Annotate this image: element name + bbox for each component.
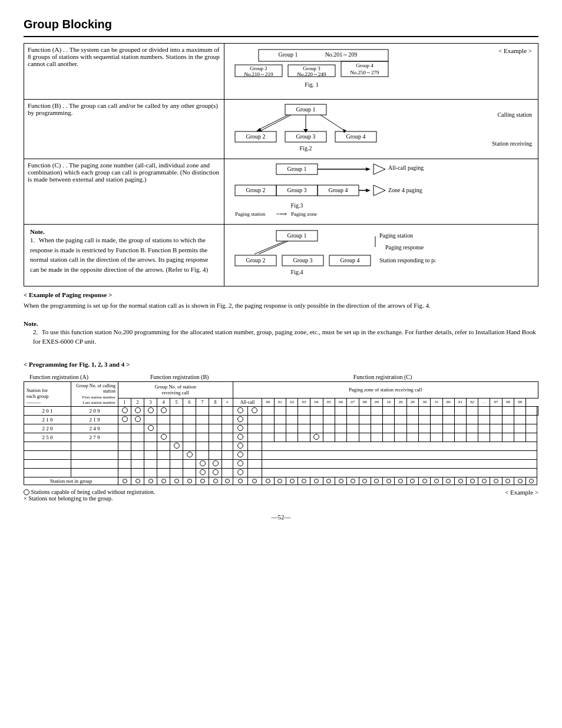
function-c-row: Function (C) . . The paging zone number … [24,159,538,225]
col-c80: 80 [442,398,454,406]
svg-text:Paging station: Paging station [379,232,413,239]
fig1-svg: Group 1 No.201～209 Group 2 No.210～219 Gr… [229,48,406,95]
functions-table: Function (A) . . The system can be group… [24,43,538,225]
svg-text:Group 1: Group 1 [278,51,297,58]
svg-marker-41 [373,164,385,174]
table-row: 2 1 0 2 1 9 [24,415,538,424]
first-station-2: 2 1 0 [24,415,71,424]
svg-text:Group 3: Group 3 [303,65,320,71]
svg-line-15 [262,115,291,130]
last-station-4: 2 7 9 [71,433,118,442]
legend-left: Stations capable of being called without… [24,489,155,502]
example-paging-title: < Example of Paging response > [24,291,538,298]
first-station-1: 2 0 1 [24,406,71,415]
svg-text:Group 2: Group 2 [246,133,265,140]
col-z09: 09 [371,398,382,406]
svg-text:No.250～279: No.250～279 [350,70,379,75]
programming-table: Station foreach group ——— Group No. of c… [24,381,538,485]
fig1-diagram: Group 1 No.201～209 Group 2 No.210～219 Gr… [229,48,533,97]
note1-left: Note. 1. When the paging call is made, t… [24,225,224,286]
note2-num: 2. [33,328,38,335]
col-station-for: Station foreach group ——— [24,381,71,406]
col-c31: 31 [431,398,442,406]
example-paging-section: < Example of Paging response > When the … [24,286,538,315]
table-row [24,442,538,450]
fig3-svg: Group 1 Group 2 Group 3 Group 4 [229,162,465,220]
func-reg-labels: Function registration (A) Function regis… [24,374,538,380]
table-row [24,468,538,477]
svg-text:Paging response: Paging response [385,244,424,251]
note2-section: Note. 2. To use this function station No… [24,315,538,351]
station-not-in-group: Station not in group [24,477,118,485]
col-z03: 03 [298,398,310,406]
svg-text:Paging zone: Paging zone [291,211,317,217]
function-b-label: Function (B) . . [28,102,68,109]
col-g5: 5 [170,398,183,406]
fig3-diagram: Group 1 Group 2 Group 3 Group 4 [229,162,533,222]
svg-text:No.220～249: No.220～249 [297,71,326,77]
calling-station-label: Calling station [497,111,532,118]
function-a-row: Function (A) . . The system can be group… [24,44,538,100]
note2-content: 2. To use this function station No.200 p… [33,327,538,347]
svg-text:Group 3: Group 3 [293,257,312,263]
svg-text:Group 1: Group 1 [287,166,306,172]
function-b-row: Function (B) . . The group can call and/… [24,100,538,159]
svg-text:Group 3: Group 3 [287,187,306,193]
note1-text: 1. When the paging call is made, the gro… [30,235,218,274]
note1-num: 1. [30,236,35,243]
fig2-svg: Group 1 Group 2 Group 3 [229,102,406,155]
svg-line-51 [259,241,288,254]
col-c97: 97 [490,398,502,406]
svg-text:No.210～219: No.210～219 [244,71,273,77]
svg-line-52 [254,241,285,254]
svg-text:Group 4: Group 4 [340,257,359,263]
svg-text:Group 2: Group 2 [250,65,267,71]
svg-text:Group 1: Group 1 [287,232,306,239]
table-row: 2 0 1 2 0 9 [24,406,538,415]
col-z06: 06 [335,398,346,406]
note1-content: When the paging call is made, the group … [30,236,208,273]
col-c28: 28 [395,398,406,406]
svg-line-16 [257,115,288,130]
col-c82: 82 [467,398,478,406]
page-number: —52— [24,513,538,521]
function-c-label: Function (C) . . [28,162,68,169]
table-row [24,450,538,459]
svg-text:Zone 4 paging: Zone 4 paging [388,187,422,193]
col-c81: 81 [454,398,466,406]
svg-line-20 [320,115,344,130]
svg-text:Group 3: Group 3 [296,133,315,140]
col-z04: 04 [310,398,323,406]
col-g7: 7 [196,398,209,406]
svg-text:=⟹: =⟹ [276,211,287,217]
col-group-calling: Group No. of callingstation First statio… [71,381,118,406]
last-station-2: 2 1 9 [71,415,118,424]
col-g4: 4 [157,398,170,406]
last-station-3: 2 4 9 [71,424,118,433]
col-g6: 6 [183,398,196,406]
svg-text:Fig. 1: Fig. 1 [305,81,318,88]
function-a-label: Function (A) . . [28,46,68,53]
col-gx: × [222,398,233,406]
station-not-in-group-row: Station not in group · · · · · · · · · ·… [24,477,538,485]
col-c99: 99 [514,398,526,406]
col-c98: 98 [502,398,514,406]
col-dots: … [478,398,490,406]
svg-text:Paging station: Paging station [235,211,266,217]
col-c29: 29 [406,398,418,406]
x-legend: × Stations not belonging to the group. [24,495,155,502]
col-g3: 3 [144,398,157,406]
circle-legend-text: Stations capable of being called without… [31,489,156,495]
table-row [24,459,538,468]
col-z07: 07 [347,398,359,406]
last-station-1: 2 0 9 [71,406,118,415]
col-g1: 1 [118,398,131,406]
col-g8: 8 [209,398,222,406]
fig4-svg: Group 1 Group 2 Group 3 Group 4 Fig.4 Pa… [229,228,435,281]
func-reg-c-label: Function registration (C) [227,374,538,380]
func-reg-a-label: Function registration (A) [24,374,150,380]
svg-text:Fig.4: Fig.4 [291,269,303,275]
svg-text:Fig.2: Fig.2 [300,145,312,151]
svg-text:All-call paging: All-call paging [388,164,424,171]
table-row: 2 5 0 2 7 9 [24,433,538,442]
